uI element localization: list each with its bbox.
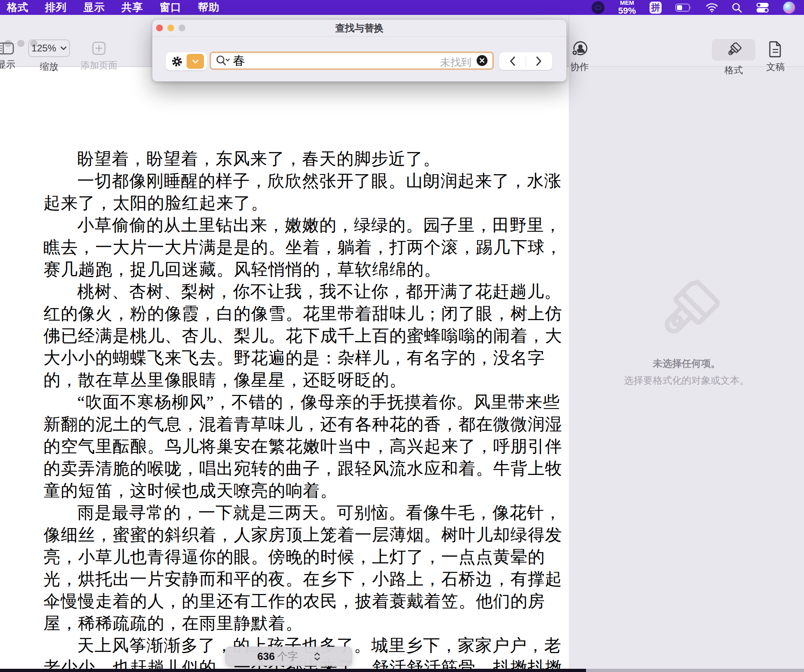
mem-value: 59% <box>618 6 636 15</box>
text-line[interactable]: 新翻的泥土的气息，混着青草味儿，还有各种花的香，都在微微润湿 <box>43 413 542 436</box>
add-page-label: 添加页面 <box>80 59 117 72</box>
toolbar-sidebar-divider <box>569 15 569 67</box>
find-options-dropdown-button[interactable] <box>187 54 204 69</box>
zoom-button-label: 缩放 <box>40 60 58 73</box>
text-line[interactable]: 佛已经满是桃儿、杏儿、梨儿。花下成千上百的蜜蜂嗡嗡的闹着，大 <box>43 325 542 347</box>
gear-icon <box>171 55 183 68</box>
document-button-label: 文稿 <box>766 61 785 73</box>
text-line[interactable]: 赛几趟跑，捉几回迷藏。风轻悄悄的，草软绵绵的。 <box>43 259 542 281</box>
word-count-value: 636 <box>257 650 275 663</box>
paintbrush-icon <box>725 41 742 58</box>
paragraph-6[interactable]: 雨是最寻常的，一下就是三两天。可别恼。看像牛毛，像花针，像细丝，蜜蜜的斜织着，人… <box>43 502 542 635</box>
text-line[interactable]: “吹面不寒杨柳风”，不错的，像母亲的手抚摸着你。风里带来些 <box>43 391 542 413</box>
text-line[interactable]: 大小小的蝴蝶飞来飞去。野花遍的是：杂样儿，有名字的，没名字 <box>43 347 542 369</box>
menu-item-3[interactable]: 显示 <box>83 0 105 14</box>
window-bottom-edge <box>0 669 586 672</box>
wifi-icon[interactable] <box>706 3 718 12</box>
toolbar-show-button[interactable]: 显示 <box>0 41 15 71</box>
paragraph-1[interactable]: 盼望着，盼望着，东风来了，春天的脚步近了。 <box>43 148 542 170</box>
dialog-minimize-button[interactable] <box>167 25 174 31</box>
find-options-control <box>166 52 207 70</box>
input-method-icon[interactable]: 拼 <box>650 2 662 14</box>
window-minimize-button[interactable] <box>17 40 25 47</box>
input-method-label: 拼 <box>651 2 660 14</box>
find-previous-button[interactable] <box>499 52 526 70</box>
text-line[interactable]: 屋，稀稀疏疏的，在雨里静默着。 <box>43 612 542 635</box>
format-sidebar: 未选择任何项。 选择要格式化的对象或文本。 <box>569 67 804 672</box>
word-count-pill[interactable]: 636 个字 <box>226 647 352 666</box>
memory-status[interactable]: MEM 59% <box>618 0 636 15</box>
text-line[interactable]: 的卖弄清脆的喉咙，唱出宛转的曲子，跟轻风流水应和着。牛背上牧 <box>43 458 542 480</box>
search-status-text: 未找到 <box>440 55 471 70</box>
battery-icon[interactable] <box>675 3 692 12</box>
find-navigation <box>499 52 552 70</box>
text-line[interactable]: 一切都像刚睡醒的样子，欣欣然张开了眼。山朗润起来了，水涨 <box>43 170 542 192</box>
collaborate-label: 协作 <box>570 61 589 73</box>
menu-item-2[interactable]: 排列 <box>45 0 67 14</box>
text-line[interactable]: 亮，小草儿也青得逼你的眼。傍晚的时候，上灯了，一点点黄晕的 <box>43 546 542 568</box>
text-line[interactable]: 瞧去，一大片一大片满是是的。坐着，躺着，打两个滚，踢几下球， <box>43 236 542 259</box>
chevron-down-icon <box>314 657 320 661</box>
dialog-title: 查找与替换 <box>335 22 384 35</box>
paragraph-4[interactable]: 桃树、杏树、梨树，你不让我，我不让你，都开满了花赶趟儿。红的像火，粉的像霞，白的… <box>43 281 542 391</box>
menu-item-5[interactable]: 窗口 <box>160 0 181 14</box>
window-bottom-edge-sidebar <box>586 669 804 672</box>
find-replace-dialog: 查找与替换 未找到 <box>152 19 567 82</box>
toolbar-zoom-control[interactable]: 125% 缩放 <box>28 39 70 73</box>
menu-item-4[interactable]: 共享 <box>121 0 143 14</box>
sidebar-toggle-icon <box>0 41 14 55</box>
paragraph-3[interactable]: 小草偷偷的从土里钻出来，嫩嫩的，绿绿的。园子里，田野里，瞧去，一大片一大片满是是… <box>43 214 542 281</box>
menu-items: 格式排列显示共享窗口帮助 <box>0 0 220 14</box>
toolbar-document-button[interactable]: 文稿 <box>766 41 785 73</box>
text-line[interactable]: 的，散在草丛里像眼睛，像星星，还眨呀眨的。 <box>43 369 542 391</box>
find-search-field[interactable]: 未找到 <box>210 51 494 70</box>
format-button-selected-pill[interactable] <box>712 39 755 61</box>
adobe-creative-cloud-icon[interactable] <box>592 1 605 14</box>
text-line[interactable]: 光，烘托出一片安静而和平的夜。在乡下，小路上，石桥边，有撑起 <box>43 568 542 590</box>
toolbar-format-button[interactable]: 格式 <box>712 39 755 76</box>
menu-item-6[interactable]: 帮助 <box>198 0 220 14</box>
document-text[interactable]: 盼望着，盼望着，东风来了，春天的脚步近了。一切都像刚睡醒的样子，欣欣然张开了眼。… <box>43 148 542 669</box>
control-center-icon[interactable] <box>756 2 769 13</box>
status-bar: MEM 59% 拼 <box>592 0 804 15</box>
search-input[interactable] <box>233 54 406 68</box>
zoom-level-dropdown[interactable]: 125% <box>28 39 70 57</box>
menu-item-1[interactable]: 格式 <box>7 0 29 14</box>
chevron-up-icon <box>314 652 320 656</box>
toolbar-collaborate-button[interactable]: 协作 <box>570 41 589 73</box>
text-line[interactable]: 起来了，太阳的脸红起来了。 <box>43 192 542 214</box>
menu-bar: 格式排列显示共享窗口帮助 MEM 59% 拼 <box>0 0 804 15</box>
paragraph-2[interactable]: 一切都像刚睡醒的样子，欣欣然张开了眼。山朗润起来了，水涨起来了，太阳的脸红起来了… <box>43 170 542 214</box>
text-line[interactable]: 伞慢慢走着的人，的里还有工作的农民，披着蓑戴着笠。他们的房 <box>43 590 542 612</box>
sidebar-empty-title: 未选择任何项。 <box>653 357 720 370</box>
show-button-label: 显示 <box>0 58 15 71</box>
dialog-zoom-button <box>179 25 185 31</box>
zoom-level-value: 125% <box>31 43 56 54</box>
format-label: 格式 <box>724 64 743 76</box>
document-canvas[interactable]: 盼望着，盼望着，东风来了，春天的脚步近了。一切都像刚睡醒的样子，欣欣然张开了眼。… <box>0 67 569 669</box>
add-page-icon <box>91 41 107 56</box>
text-line[interactable]: 盼望着，盼望着，东风来了，春天的脚步近了。 <box>43 148 542 170</box>
gear-button[interactable] <box>167 55 187 68</box>
spotlight-search-icon[interactable] <box>732 2 742 13</box>
dialog-close-button[interactable] <box>156 25 163 31</box>
word-count-stepper[interactable] <box>314 652 320 661</box>
paragraph-5[interactable]: “吹面不寒杨柳风”，不错的，像母亲的手抚摸着你。风里带来些新翻的泥土的气息，混着… <box>43 391 542 502</box>
text-line[interactable]: 像细丝，蜜蜜的斜织着，人家房顶上笼着一层薄烟。树叶儿却绿得发 <box>43 524 542 546</box>
text-line[interactable]: 的空气里酝酿。鸟儿将巢安在繁花嫩叶当中，高兴起来了，呼朋引伴 <box>43 436 542 458</box>
text-line[interactable]: 小草偷偷的从土里钻出来，嫩嫩的，绿绿的。园子里，田野里， <box>43 214 542 236</box>
toolbar-add-page-button[interactable]: 添加页面 <box>80 41 117 72</box>
search-magnifier-icon[interactable] <box>216 55 230 66</box>
siri-icon[interactable] <box>783 2 795 14</box>
mem-label: MEM <box>618 0 636 6</box>
sidebar-empty-hint: 选择要格式化的对象或文本。 <box>624 374 749 387</box>
dialog-titlebar[interactable]: 查找与替换 <box>152 20 566 37</box>
find-next-button[interactable] <box>526 52 553 70</box>
text-line[interactable]: 雨是最寻常的，一下就是三两天。可别恼。看像牛毛，像花针， <box>43 502 542 524</box>
document-icon <box>768 41 783 58</box>
text-line[interactable]: 桃树、杏树、梨树，你不让我，我不让你，都开满了花赶趟儿。 <box>43 281 542 303</box>
clear-search-button[interactable] <box>477 55 487 66</box>
text-line[interactable]: 童的短笛，这时候也成天嘹亮的响着。 <box>43 480 542 502</box>
chevron-down-icon <box>192 60 199 64</box>
text-line[interactable]: 红的像火，粉的像霞，白的像雪。花里带着甜味儿；闭了眼，树上仿 <box>43 303 542 325</box>
